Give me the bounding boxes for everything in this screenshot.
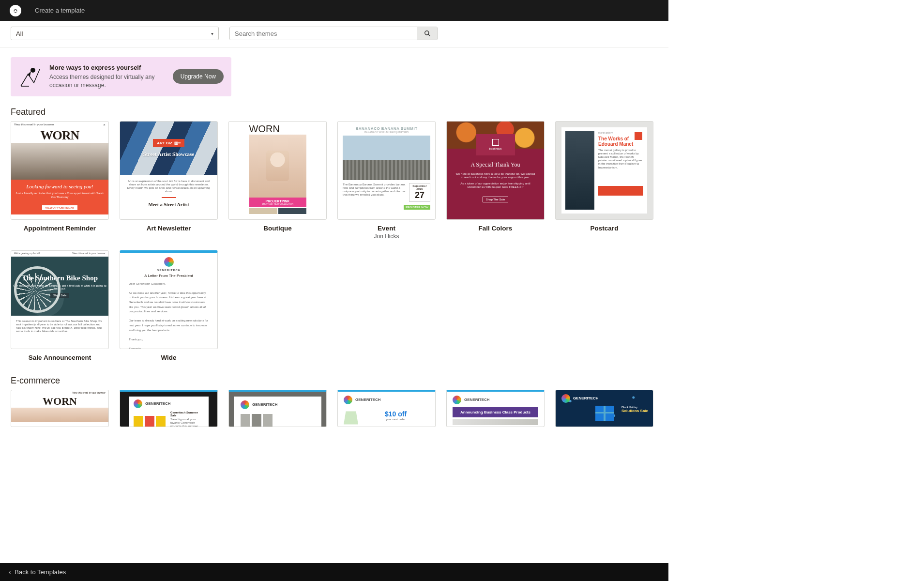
svg-point-2 <box>16 9 17 10</box>
template-card[interactable]: GENERITECH $10 offyour next order <box>337 390 436 427</box>
template-card[interactable]: View this email in your browser✕ WORN Lo… <box>11 121 109 240</box>
template-card[interactable]: ART BIZ▥━ Street Artist Showcase Art is … <box>120 121 218 240</box>
template-card[interactable]: GENERITECH Black FridaySolutions Sale <box>555 390 653 427</box>
template-card[interactable]: WORN PROJEKTPINKSHOP OUR NEW COLLECTION … <box>228 121 327 240</box>
upsell-title: More ways to express yourself <box>49 64 166 71</box>
template-card[interactable]: GENERITECH A Letter From The President D… <box>120 250 218 361</box>
template-thumbnail: GENERITECH $10 offyour next order <box>337 390 436 427</box>
template-thumbnail: WORN PROJEKTPINKSHOP OUR NEW COLLECTION <box>228 121 327 220</box>
template-card[interactable]: We're gearing up for fallView this email… <box>11 250 109 361</box>
template-name: Event <box>337 225 436 232</box>
template-name: Sale Announcement <box>11 354 109 361</box>
page-title: Create a template <box>35 7 85 14</box>
filter-bar: All ▾ <box>0 21 668 47</box>
template-thumbnail: GENERITECH Generitech Summer SaleSave bi… <box>120 390 218 427</box>
template-thumbnail: GENERITECH <box>228 390 327 427</box>
template-name: Wide <box>120 354 218 361</box>
category-select-value: All <box>16 30 23 37</box>
svg-point-5 <box>30 68 35 73</box>
svg-point-1 <box>15 9 15 10</box>
upsell-subtitle: Access themes designed for virtually any… <box>49 73 166 90</box>
search-button[interactable] <box>417 27 437 40</box>
search-icon <box>424 30 431 37</box>
template-card[interactable]: monet gallery The Works of Edouard Manet… <box>555 121 653 240</box>
template-thumbnail: BANANACO BANANA SUMMIT BANANACO WORLD HE… <box>337 121 436 220</box>
template-thumbnail: View this email in your browser WORN <box>11 390 109 427</box>
upgrade-button[interactable]: Upgrade Now <box>173 69 224 84</box>
upsell-banner: More ways to express yourself Access the… <box>11 57 231 96</box>
template-thumbnail: GENERITECH A Letter From The President D… <box>120 250 218 349</box>
template-thumbnail: monet gallery The Works of Edouard Manet… <box>555 121 653 220</box>
template-thumbnail: We're gearing up for fallView this email… <box>11 250 109 349</box>
section-heading-featured: Featured <box>11 107 658 117</box>
svg-line-4 <box>428 34 430 36</box>
template-name: Appointment Reminder <box>11 225 109 232</box>
template-name: Art Newsletter <box>120 225 218 232</box>
template-thumbnail: GENERITECH Announcing Business Class Pro… <box>446 390 545 427</box>
template-name: Postcard <box>555 225 653 232</box>
template-card[interactable]: GENERITECH Generitech Summer SaleSave bi… <box>120 390 218 427</box>
category-select[interactable]: All ▾ <box>11 27 219 40</box>
search-field <box>229 27 438 40</box>
brand-logo-icon[interactable] <box>10 5 21 16</box>
section-heading-ecommerce: E-commerce <box>11 376 658 386</box>
search-input[interactable] <box>230 27 417 40</box>
template-name: Fall Colors <box>446 225 545 232</box>
template-thumbnail: bookhaus A Special Thank You We here at … <box>446 121 545 220</box>
template-card[interactable]: View this email in your browser WORN <box>11 390 109 427</box>
template-card[interactable]: GENERITECH <box>228 390 327 427</box>
template-name: Boutique <box>228 225 327 232</box>
template-card[interactable]: GENERITECH Announcing Business Class Pro… <box>446 390 545 427</box>
featured-grid: View this email in your browser✕ WORN Lo… <box>11 121 658 361</box>
template-card[interactable]: bookhaus A Special Thank You We here at … <box>446 121 545 240</box>
ecommerce-grid: View this email in your browser WORN GEN… <box>11 390 658 427</box>
template-card[interactable]: BANANACO BANANA SUMMIT BANANACO WORLD HE… <box>337 121 436 240</box>
svg-point-0 <box>12 6 20 15</box>
top-bar: Create a template <box>0 0 668 21</box>
upsell-illustration-icon <box>18 64 43 89</box>
chevron-down-icon: ▾ <box>211 31 213 36</box>
template-thumbnail: View this email in your browser✕ WORN Lo… <box>11 121 109 220</box>
template-author: Jon Hicks <box>337 233 436 240</box>
template-thumbnail: GENERITECH Black FridaySolutions Sale <box>555 390 653 427</box>
template-thumbnail: ART BIZ▥━ Street Artist Showcase Art is … <box>120 121 218 220</box>
svg-point-3 <box>424 31 428 35</box>
